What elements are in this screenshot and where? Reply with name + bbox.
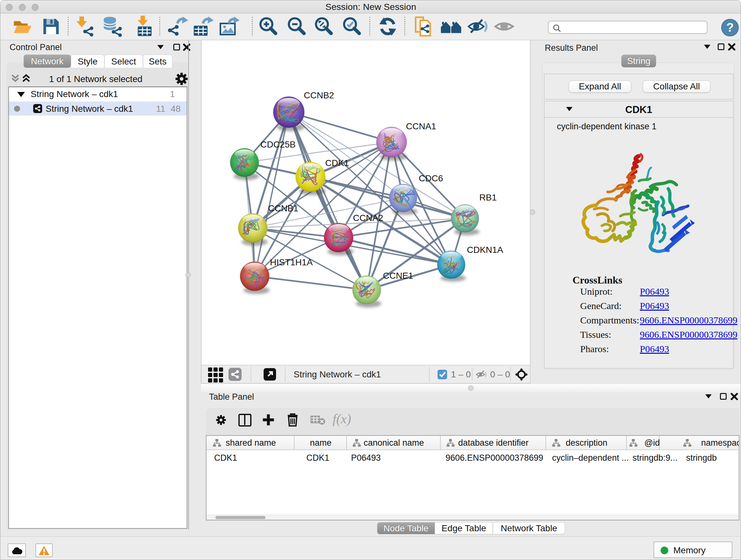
svg-text:CDKN1A: CDKN1A (467, 245, 503, 255)
svg-text:HIST1H1A: HIST1H1A (270, 257, 313, 267)
svg-text:CDC25B: CDC25B (260, 139, 295, 149)
svg-text:CCNA2: CCNA2 (353, 213, 383, 223)
svg-text:CCNB1: CCNB1 (268, 203, 298, 213)
svg-text:CCNE1: CCNE1 (383, 271, 413, 281)
svg-text:CDC6: CDC6 (419, 173, 443, 183)
svg-text:CCNA1: CCNA1 (406, 121, 436, 131)
svg-text:CCNB2: CCNB2 (304, 90, 334, 100)
svg-text:CDK1: CDK1 (325, 158, 349, 168)
svg-text:RB1: RB1 (479, 192, 496, 202)
